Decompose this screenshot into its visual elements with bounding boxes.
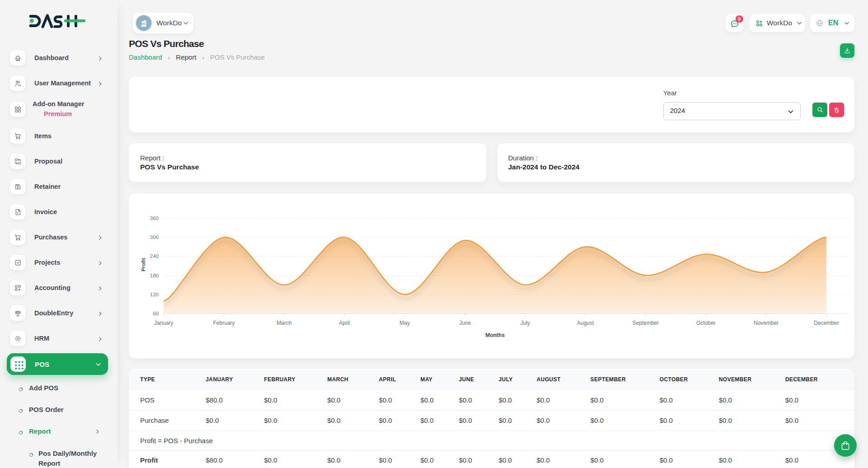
svg-text:July: July: [520, 320, 530, 326]
svg-text:August: August: [577, 320, 594, 326]
svg-text:May: May: [400, 320, 410, 326]
svg-text:60: 60: [153, 311, 159, 316]
svg-text:180: 180: [150, 273, 159, 278]
svg-text:December: December: [814, 320, 839, 326]
svg-text:300: 300: [150, 234, 159, 240]
svg-text:November: November: [754, 320, 778, 326]
svg-text:January: January: [154, 320, 174, 326]
svg-text:240: 240: [150, 253, 159, 259]
svg-text:Months: Months: [486, 332, 505, 338]
svg-text:360: 360: [150, 215, 159, 221]
svg-text:September: September: [632, 320, 659, 326]
svg-text:March: March: [277, 320, 292, 326]
svg-text:June: June: [459, 320, 471, 326]
svg-text:February: February: [213, 320, 235, 326]
svg-text:Profit: Profit: [141, 258, 146, 271]
svg-text:120: 120: [150, 292, 159, 297]
svg-text:April: April: [339, 320, 350, 326]
svg-text:October: October: [696, 320, 716, 326]
